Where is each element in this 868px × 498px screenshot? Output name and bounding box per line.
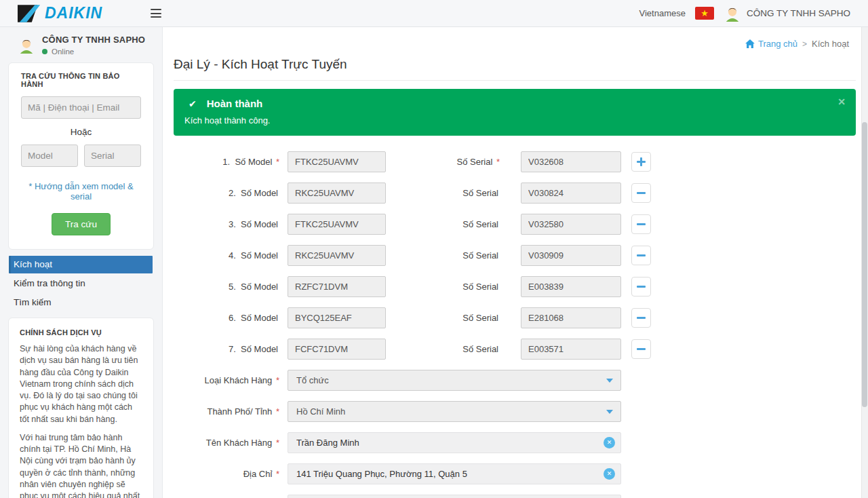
user-avatar-icon [724,5,741,22]
header-user-name: CÔNG TY TNHH SAPHO [747,8,850,18]
alert-title: Hoàn thành [207,98,263,109]
required-asterisk: * [273,406,279,417]
page: DAIKIN Vietnamese ★ CÔNG TY TNHH SAPHO [0,0,868,498]
remove-row-button[interactable] [631,246,651,265]
field-select[interactable]: Tổ chức [288,370,621,391]
serial-input[interactable] [521,245,621,266]
model-input[interactable] [288,339,386,360]
model-label: 1. Số Model * [174,157,279,167]
home-icon [745,39,755,48]
serial-input[interactable] [521,151,621,172]
model-serial-row: 3. Số Model Số Serial [174,214,861,235]
menu-toggle-button[interactable] [151,9,161,18]
scrollbar-track[interactable] [861,27,868,498]
vietnam-flag-icon[interactable]: ★ [695,7,714,20]
header-right: Vietnamese ★ CÔNG TY TNHH SAPHO [639,5,868,22]
form-field-row: Địa Chỉ * ✕ [174,463,861,484]
field-label-text: Địa Chỉ [243,469,273,479]
serial-input[interactable] [521,214,621,235]
model-label-text: Số Model [241,188,278,198]
serial-label: Số Serial * [386,157,500,167]
model-label: 7. Số Model [174,344,279,354]
serial-input[interactable] [521,339,621,360]
model-input[interactable] [288,214,386,235]
lookup-submit-button[interactable]: Tra cứu [52,213,111,235]
sidebar-nav-item-default[interactable]: Kiểm tra thông tin [9,275,153,292]
row-index: 5. [229,282,236,292]
daikin-logo[interactable]: DAIKIN [0,4,102,22]
model-label-text: Số Model [241,282,278,292]
field-select[interactable]: Hồ Chí Minh [288,401,621,422]
remove-row-button[interactable] [631,339,651,359]
serial-input[interactable] [521,307,621,328]
form-field-row: Loại Khách Hàng * Tổ chức [174,370,861,391]
serial-input[interactable] [521,183,621,204]
clear-input-icon[interactable]: ✕ [604,437,615,448]
select-value: Tổ chức [296,375,329,385]
select-value: Hồ Chí Minh [296,406,345,417]
model-serial-row: 7. Số Model Số Serial [174,339,861,360]
online-status-label: Online [52,47,74,56]
alert-message: Kích hoạt thành công. [184,115,845,126]
breadcrumb-current: Kích hoạt [812,39,849,49]
field-label: Loại Khách Hàng * [174,375,279,385]
serial-label-text: Số Serial [462,188,498,198]
lookup-title: TRA CỨU THÔNG TIN BẢO HÀNH [21,72,141,88]
remove-row-button[interactable] [631,183,651,203]
language-label[interactable]: Vietnamese [639,8,686,18]
row-index: 2. [229,188,236,198]
model-serial-row: 2. Số Model Số Serial [174,183,861,204]
field-label: Thành Phố/ Tỉnh * [174,406,279,417]
lookup-code-input[interactable] [21,96,141,119]
remove-row-button[interactable] [631,277,651,296]
row-index: 3. [229,219,236,229]
serial-label-text: Số Serial [457,157,493,167]
model-input[interactable] [288,183,386,204]
header-user-menu[interactable]: CÔNG TY TNHH SAPHO [724,5,850,22]
model-serial-row: 6. Số Model Số Serial [174,307,861,328]
model-label: 3. Số Model [174,219,279,229]
serial-label: Số Serial [386,188,500,198]
model-input[interactable] [288,307,386,328]
clear-input-icon[interactable]: ✕ [604,468,615,480]
add-row-button[interactable] [631,152,651,172]
sidebar-nav-item-default[interactable]: Tìm kiếm [9,294,153,311]
model-input[interactable] [288,276,386,297]
remove-row-button[interactable] [631,214,651,234]
required-asterisk: * [273,375,279,385]
scrollbar-thumb[interactable] [862,122,867,407]
model-input[interactable] [288,151,386,172]
serial-label: Số Serial [386,344,500,354]
policy-paragraph: Với hai trung tâm bảo hành chính tại TP.… [20,432,142,498]
lookup-serial-input[interactable] [84,145,141,167]
serial-label-text: Số Serial [462,313,498,323]
sidebar-nav-item-active[interactable]: Kích hoạt [9,256,153,273]
service-policy-card: CHÍNH SÁCH DỊCH VỤ Sự hài lòng của khách… [8,318,154,498]
or-label: Hoặc [21,127,141,137]
required-asterisk: * [273,469,279,479]
field-label: Địa Chỉ * [174,469,279,479]
model-input[interactable] [288,245,386,266]
partial-field-input[interactable] [288,495,621,498]
alert-close-button[interactable]: ✕ [837,96,846,107]
row-index: 4. [229,250,236,261]
remove-row-button[interactable] [631,308,651,328]
model-label-text: Số Model [241,344,278,354]
brand-text: DAIKIN [45,4,102,22]
model-serial-guide-link[interactable]: * Hướng dẫn xem model & serial [21,181,141,202]
sidebar-user-name: CÔNG TY TNHH SAPHO [42,35,145,45]
sidebar-nav: Kích hoạtKiểm tra thông tinTìm kiếm [0,256,162,311]
model-label-text: Số Model [241,219,278,229]
model-label: 6. Số Model [174,313,279,323]
policy-title: CHÍNH SÁCH DỊCH VỤ [20,328,142,337]
serial-input[interactable] [521,276,621,297]
breadcrumb: Trang chủ > Kích hoạt [745,39,849,49]
breadcrumb-home-link[interactable]: Trang chủ [745,39,797,49]
serial-label: Số Serial [386,282,500,292]
customer-fields: Loại Khách Hàng * Tổ chức Thành Phố/ Tỉn… [174,370,861,484]
lookup-model-input[interactable] [21,145,78,167]
model-serial-rows: 1. Số Model * Số Serial * 2. Số Model Số… [174,151,861,360]
field-input[interactable] [288,432,621,453]
field-input[interactable] [288,463,621,484]
policy-paragraph: Sự hài lòng của khách hàng về dịch vụ sa… [20,343,142,425]
